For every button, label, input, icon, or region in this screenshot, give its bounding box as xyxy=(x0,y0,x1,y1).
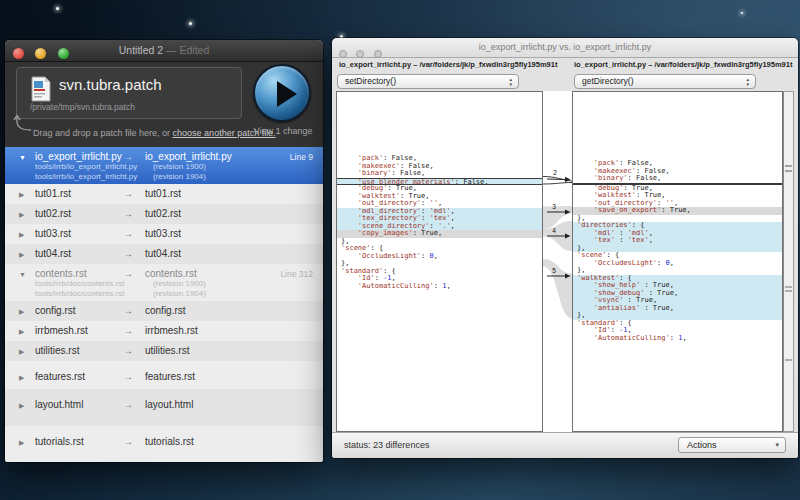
code-line: 'out_directory': '', xyxy=(337,200,542,208)
patch-drop-box[interactable]: svn.tubra.patch /private/tmp/svn.tubra.p… xyxy=(16,67,242,119)
code-line: 'pack': False, xyxy=(337,155,542,163)
disclosure-icon[interactable]: ▶ xyxy=(19,325,29,339)
code-line: 'scene': { xyxy=(337,245,542,253)
right-code-pane[interactable]: 'pack': False, 'makeexec': False, 'binar… xyxy=(572,91,783,432)
file-row[interactable]: ▶tutorials.rst→tutorials.rst xyxy=(5,426,323,462)
code-line xyxy=(573,108,782,116)
disclosure-icon[interactable]: ▶ xyxy=(19,399,29,413)
code-line: 'show_debug' : True, xyxy=(573,290,782,298)
zoom-button[interactable] xyxy=(58,48,69,59)
code-line: 'use_blender_materials': False, xyxy=(337,178,542,186)
code-line: 'debug': True, xyxy=(573,185,782,193)
patch-window-titlebar[interactable]: Untitled 2 — Edited xyxy=(5,40,323,62)
map-arrow-icon: → xyxy=(123,247,133,261)
scrollbar[interactable] xyxy=(783,91,794,432)
disclosure-icon[interactable]: ▶ xyxy=(19,436,29,450)
file-row[interactable]: ▶utilities.rst→utilities.rst xyxy=(5,341,323,361)
map-arrow-icon: → xyxy=(123,324,133,338)
actions-dropdown[interactable]: Actions▾ xyxy=(678,437,786,453)
map-arrow-icon: → xyxy=(123,435,133,449)
code-line: 'debug': True, xyxy=(337,185,542,193)
zoom-button[interactable] xyxy=(374,50,382,58)
disclosure-icon[interactable]: ▶ xyxy=(19,305,29,319)
disclosure-icon[interactable]: ▶ xyxy=(19,345,29,359)
close-button[interactable] xyxy=(339,50,347,58)
disclosure-icon[interactable]: ▶ xyxy=(19,228,29,242)
file-row[interactable]: ▶tut02.rst→tut02.rst xyxy=(5,204,323,224)
diff-arrow-2[interactable]: 2 xyxy=(547,169,571,182)
code-line xyxy=(337,118,542,126)
code-line: 'out_directory': '', xyxy=(573,200,782,208)
file-row[interactable]: ▼contents.rst→contents.rstLine 312tools/… xyxy=(5,264,323,301)
file-sub-path: tools/irrb/doc/contents.rst(revision 190… xyxy=(35,279,206,288)
minimize-button[interactable] xyxy=(356,50,364,58)
file-row[interactable]: ▶tut04.rst→tut04.rst xyxy=(5,244,323,264)
line-badge: Line 312 xyxy=(280,267,313,281)
curved-arrow-icon xyxy=(13,114,33,132)
code-line: 'vsync' : True, xyxy=(573,297,782,305)
code-line: 'standard': { xyxy=(573,320,782,328)
file-row[interactable]: ▶features.rst→features.rst xyxy=(5,361,323,389)
right-function-select[interactable]: getDirectory()▴▾ xyxy=(574,74,756,89)
stepper-icon: ▴▾ xyxy=(746,77,749,87)
patch-viewer-window: Untitled 2 — Edited svn.tubra.patch /pri… xyxy=(5,40,323,462)
diff-window-titlebar[interactable]: io_export_irrlicht.py vs. io_export_irrl… xyxy=(332,38,798,58)
file-row[interactable]: ▶config.rst→config.rst xyxy=(5,301,323,321)
patch-header: svn.tubra.patch /private/tmp/svn.tubra.p… xyxy=(5,62,323,147)
disclosure-icon[interactable]: ▶ xyxy=(19,248,29,262)
code-line: }, xyxy=(573,245,782,253)
file-row[interactable]: ▶irrbmesh.rst→irrbmesh.rst xyxy=(5,321,323,341)
code-line: 'makeexec': False, xyxy=(573,168,782,176)
code-line: 'OccludesLight': 0, xyxy=(573,260,782,268)
code-line: 'mdl' : 'mdl', xyxy=(573,230,782,238)
stepper-icon: ▴▾ xyxy=(509,77,512,87)
file-row[interactable]: ▶layout.html→layout.html xyxy=(5,389,323,426)
view-changes-label: View 1 change xyxy=(245,126,321,136)
diff-window: io_export_irrlicht.py vs. io_export_irrl… xyxy=(332,38,798,458)
file-to: config.rst xyxy=(145,304,186,318)
file-to: tut04.rst xyxy=(145,247,181,261)
close-button[interactable] xyxy=(13,48,24,59)
patch-file-icon xyxy=(30,76,52,102)
code-line: 'OccludesLight': 0, xyxy=(337,253,542,261)
minimize-button[interactable] xyxy=(35,48,46,59)
map-arrow-icon: → xyxy=(123,344,133,358)
file-row[interactable]: ▼io_export_irrlicht.py→io_export_irrlich… xyxy=(5,147,323,184)
code-line xyxy=(337,103,542,111)
drop-hint: Drag and drop a patch file here, or choo… xyxy=(33,128,276,138)
disclosure-icon[interactable]: ▼ xyxy=(19,151,29,165)
patch-path: /private/tmp/svn.tubra.patch xyxy=(30,102,135,112)
svg-text:4: 4 xyxy=(552,227,556,234)
file-row[interactable]: ▶tut03.rst→tut03.rst xyxy=(5,224,323,244)
file-row[interactable]: ▶tut01.rst→tut01.rst xyxy=(5,184,323,204)
code-line: 'antialias' : True, xyxy=(573,305,782,313)
disclosure-icon[interactable]: ▶ xyxy=(19,371,29,385)
left-function-select[interactable]: setDirectory()▴▾ xyxy=(337,74,519,89)
code-line xyxy=(573,138,782,146)
file-from: config.rst xyxy=(35,304,76,318)
file-from: tut02.rst xyxy=(35,207,71,221)
file-to: tut02.rst xyxy=(145,207,181,221)
code-line: 'copy_images': True, xyxy=(337,230,542,238)
map-arrow-icon: → xyxy=(123,207,133,221)
file-to: tut03.rst xyxy=(145,227,181,241)
left-code-pane[interactable]: 'pack': False, 'makeexec': False, 'binar… xyxy=(336,91,543,432)
disclosure-icon[interactable]: ▶ xyxy=(19,188,29,202)
code-line xyxy=(337,95,542,103)
file-to: layout.html xyxy=(145,398,193,412)
file-from: features.rst xyxy=(35,370,85,384)
code-line: }, xyxy=(337,238,542,246)
code-line xyxy=(573,130,782,138)
file-sub-path: tools/irrb/io_export_irrlicht.py(revisio… xyxy=(35,162,206,171)
code-line: 'Id': -1, xyxy=(573,327,782,335)
code-line: }, xyxy=(337,260,542,268)
file-to: utilities.rst xyxy=(145,344,189,358)
code-line xyxy=(337,133,542,141)
file-from: tutorials.rst xyxy=(35,435,84,449)
disclosure-icon[interactable]: ▶ xyxy=(19,208,29,222)
map-arrow-icon: → xyxy=(123,304,133,318)
disclosure-icon[interactable]: ▼ xyxy=(19,268,29,282)
view-changes-button[interactable] xyxy=(253,64,311,122)
diff-window-title: io_export_irrlicht.py vs. io_export_irrl… xyxy=(332,38,798,57)
code-line: 'walktest': True, xyxy=(337,193,542,201)
